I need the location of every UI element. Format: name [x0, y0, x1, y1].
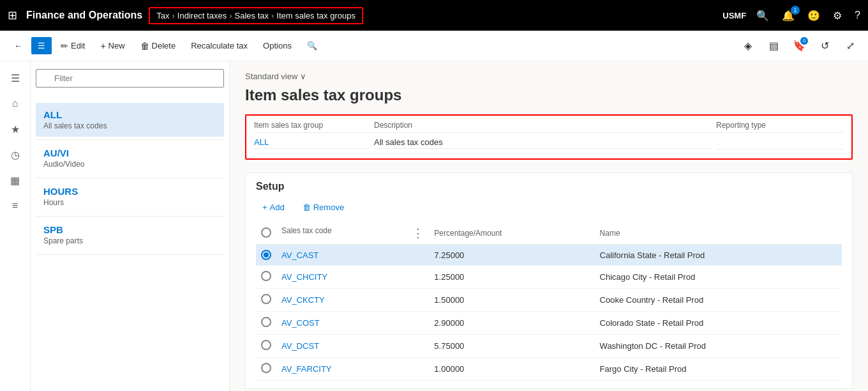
row-name-cell: Chicago City - Retail Prod	[595, 266, 842, 289]
edit-button[interactable]: ✏ Edit	[54, 37, 91, 55]
list-item-auvi[interactable]: AU/VI Audio/Video	[36, 141, 224, 175]
detail-cell-code[interactable]: ALL	[254, 137, 369, 149]
row-select-cell[interactable]	[256, 358, 276, 381]
setup-toolbar: + Add 🗑 Remove	[256, 200, 842, 215]
search-icon[interactable]: 🔍	[754, 7, 772, 24]
standard-view-label: Standard view	[245, 72, 297, 81]
waffle-icon[interactable]: ⊞	[5, 6, 20, 25]
sidebar-home-icon[interactable]: ⌂	[4, 92, 27, 115]
bell-badge: 1	[791, 6, 800, 15]
options-button[interactable]: Options	[257, 37, 298, 54]
recalculate-label: Recalculate tax	[191, 41, 248, 50]
new-button[interactable]: + New	[94, 37, 131, 55]
search-toolbar-icon[interactable]: 🔍	[301, 37, 324, 54]
row-radio[interactable]	[261, 340, 271, 350]
row-code-cell[interactable]: AV_FARCITY	[276, 358, 429, 381]
row-select-cell[interactable]	[256, 266, 276, 289]
detail-cell-reporting	[716, 137, 844, 150]
edit-icon: ✏	[61, 41, 68, 51]
detail-table-header: Item sales tax group Description Reporti…	[254, 121, 844, 133]
add-button[interactable]: + Add	[256, 200, 291, 215]
table-header-row: Sales tax code ⋮ Percentage/Amount Name	[256, 222, 842, 245]
back-icon: ←	[14, 41, 22, 50]
col-header-select	[256, 222, 276, 245]
page-title: Item sales tax groups	[245, 86, 853, 104]
new-icon: +	[100, 41, 105, 51]
filter-input[interactable]	[36, 69, 224, 88]
list-item-spb[interactable]: SPB Spare parts	[36, 218, 224, 252]
row-code-cell[interactable]: AV_CAST	[276, 245, 429, 266]
remove-icon: 🗑	[303, 203, 311, 212]
list-item-all-title: ALL	[43, 109, 216, 120]
expand-icon-btn[interactable]: ⤢	[840, 36, 860, 56]
back-button[interactable]: ←	[8, 37, 29, 54]
refresh-icon-btn[interactable]: ↺	[814, 36, 835, 56]
list-divider-4	[36, 254, 224, 255]
table-row: AV_DCST 5.75000 Washington DC - Retail P…	[256, 335, 842, 358]
select-all-radio[interactable]	[261, 227, 271, 238]
list-panel: 🔍 ALL All sales tax codes AU/VI Audio/Vi…	[31, 61, 230, 391]
menu-button[interactable]: ☰	[31, 37, 52, 54]
add-label: Add	[270, 203, 285, 212]
row-code-cell[interactable]: AV_CHCITY	[276, 266, 429, 289]
table-row: AV_CKCTY 1.50000 Cooke Country - Retail …	[256, 289, 842, 312]
recalculate-button[interactable]: Recalculate tax	[184, 37, 254, 54]
bell-icon[interactable]: 🔔 1	[779, 7, 797, 24]
row-select-cell[interactable]	[256, 245, 276, 266]
row-name-cell: Washington DC - Retail Prod	[595, 335, 842, 358]
row-amount-cell: 7.25000	[429, 245, 594, 266]
column-menu-btn[interactable]: ⋮	[412, 226, 424, 240]
row-select-cell[interactable]	[256, 289, 276, 312]
company-badge: USMF	[722, 11, 746, 20]
sidebar-list-icon[interactable]: ≡	[4, 194, 27, 217]
nav-right: USMF 🔍 🔔 1 🙂 ⚙ ?	[722, 7, 863, 24]
detail-header-code: Item sales tax group	[254, 121, 369, 130]
row-code-cell[interactable]: AV_CKCTY	[276, 289, 429, 312]
list-item-auvi-title: AU/VI	[43, 148, 216, 158]
standard-view[interactable]: Standard view ∨	[245, 72, 853, 81]
row-select-cell[interactable]	[256, 335, 276, 358]
row-code-cell[interactable]: AV_DCST	[276, 335, 429, 358]
row-amount-cell: 2.90000	[429, 312, 594, 335]
row-radio[interactable]	[261, 271, 271, 281]
content-panel: Standard view ∨ Item sales tax groups It…	[230, 61, 868, 391]
app-title: Finance and Operations	[26, 10, 142, 21]
setup-title: Setup	[256, 181, 842, 192]
breadcrumb-indirect-taxes[interactable]: Indirect taxes	[177, 11, 227, 20]
row-name-cell: Fargo City - Retail Prod	[595, 358, 842, 381]
delete-button[interactable]: 🗑 Delete	[134, 37, 183, 55]
table-row: AV_CAST 7.25000 California State - Retai…	[256, 245, 842, 266]
filter-wrapper: 🔍	[36, 69, 224, 95]
detail-cell-desc: All sales tax codes	[374, 137, 711, 149]
list-item-all[interactable]: ALL All sales tax codes	[36, 103, 224, 137]
face-icon[interactable]: 🙂	[805, 7, 823, 24]
list-item-auvi-sub: Audio/Video	[43, 160, 216, 169]
list-divider-2	[36, 178, 224, 178]
row-radio[interactable]	[261, 250, 271, 260]
sidebar-grid-icon[interactable]: ▦	[4, 169, 27, 192]
chevron-down-icon: ∨	[300, 72, 306, 81]
sidebar-star-icon[interactable]: ★	[4, 118, 27, 141]
list-item-hours[interactable]: HOURS Hours	[36, 180, 224, 213]
sidebar-recent-icon[interactable]: ◷	[4, 143, 27, 166]
row-code-cell[interactable]: AV_COST	[276, 312, 429, 335]
row-radio[interactable]	[261, 363, 271, 373]
remove-button[interactable]: 🗑 Remove	[296, 200, 350, 215]
top-nav: ⊞ Finance and Operations Tax › Indirect …	[0, 0, 868, 31]
main-layout: ☰ ⌂ ★ ◷ ▦ ≡ 🔍 ALL All sales tax codes AU…	[0, 61, 868, 391]
row-radio[interactable]	[261, 294, 271, 304]
layout-icon-btn[interactable]: ▤	[763, 36, 784, 56]
help-icon[interactable]: ?	[852, 7, 863, 24]
bookmark-badge: 0	[800, 37, 808, 45]
row-select-cell[interactable]	[256, 312, 276, 335]
gear-icon[interactable]: ⚙	[830, 7, 844, 24]
breadcrumb-item-sales-tax-groups[interactable]: Item sales tax groups	[276, 11, 355, 20]
row-name-cell: California State - Retail Prod	[595, 245, 842, 266]
breadcrumb-tax[interactable]: Tax	[156, 11, 169, 20]
table-row: AV_CHCITY 1.25000 Chicago City - Retail …	[256, 266, 842, 289]
bookmark-icon-btn[interactable]: 🔖 0	[789, 36, 809, 56]
diamond-icon-btn[interactable]: ◈	[738, 36, 758, 56]
row-radio[interactable]	[261, 317, 271, 327]
breadcrumb-sales-tax[interactable]: Sales tax	[235, 11, 269, 20]
sidebar-hamburger-icon[interactable]: ☰	[4, 66, 27, 89]
